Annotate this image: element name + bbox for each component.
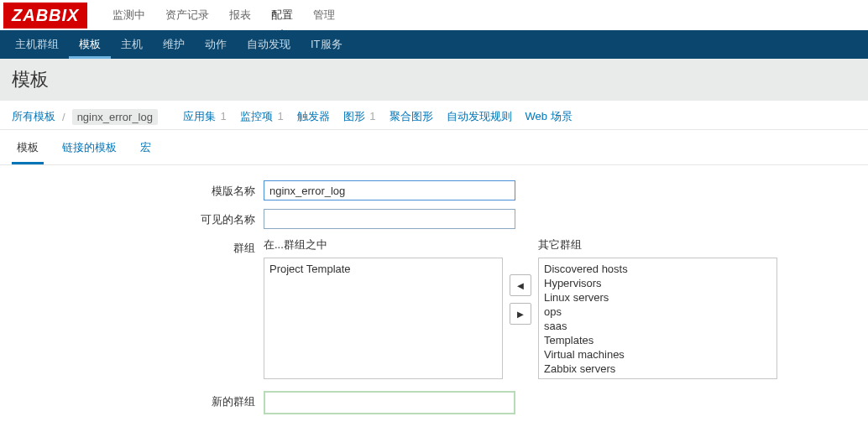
list-item[interactable]: Project Template [269, 262, 497, 276]
hosts-templates-label: 主机/模板 [12, 423, 264, 427]
tab-items-count: 1 [277, 110, 283, 122]
page-title: 模板 [12, 67, 856, 92]
breadcrumb-current: nginx_error_log [72, 109, 158, 125]
tab-applications-count: 1 [221, 110, 227, 122]
tab-graphs[interactable]: 图形 1 [340, 107, 379, 126]
new-group-label: 新的群组 [12, 391, 264, 409]
in-groups-label: 在...群组之中 [264, 237, 503, 253]
edit-tabs: 模板 链接的模板 宏 [0, 130, 868, 165]
nav-inventory[interactable]: 资产记录 [155, 1, 219, 29]
subnav-itservices[interactable]: IT服务 [301, 30, 353, 59]
tab-items[interactable]: 监控项 1 [237, 107, 287, 126]
groups-label: 群组 [12, 237, 264, 256]
tab-triggers[interactable]: 触发器 [294, 107, 333, 126]
tab-graphs-label: 图形 [343, 110, 365, 122]
other-groups-label: 其它群组 [538, 237, 777, 253]
tab-applications-label: 应用集 [183, 110, 216, 122]
list-item[interactable]: Discovered hosts [544, 262, 771, 276]
sub-nav: 主机群组 模板 主机 维护 动作 自动发现 IT服务 [0, 30, 868, 59]
edit-tab-linked[interactable]: 链接的模板 [57, 137, 122, 164]
list-item[interactable]: Virtual machines [544, 347, 771, 362]
edit-tab-macros[interactable]: 宏 [135, 137, 156, 164]
page-header: 模板 [0, 59, 868, 101]
tab-items-label: 监控项 [240, 110, 273, 122]
list-item[interactable]: saas [544, 319, 771, 333]
list-item[interactable]: Templates [544, 333, 771, 347]
new-group-input[interactable] [264, 391, 515, 414]
other-groups-listbox[interactable]: Discovered hostsHypervisorsLinux servers… [538, 258, 777, 379]
subnav-hosts[interactable]: 主机 [111, 30, 153, 59]
logo[interactable]: ZABBIX [3, 3, 87, 29]
list-item[interactable]: Linux servers [544, 290, 771, 305]
nav-reports[interactable]: 报表 [219, 1, 261, 29]
in-groups-listbox[interactable]: Project Template [264, 258, 503, 379]
subnav-maintenance[interactable]: 维护 [153, 30, 195, 59]
subnav-hostgroups[interactable]: 主机群组 [5, 30, 69, 59]
move-left-button[interactable]: ◄ [510, 274, 531, 296]
tab-graphs-count: 1 [369, 110, 375, 122]
list-item[interactable]: ops [544, 305, 771, 319]
tab-web[interactable]: Web 场景 [522, 107, 576, 126]
nav-configuration[interactable]: 配置 [261, 1, 303, 29]
form-area: 模版名称 可见的名称 群组 在...群组之中 Project Template … [0, 165, 868, 427]
list-item[interactable]: Zabbix servers [544, 362, 771, 376]
move-right-button[interactable]: ► [510, 303, 531, 325]
visible-name-label: 可见的名称 [12, 209, 264, 227]
template-name-input[interactable] [264, 180, 515, 200]
list-item[interactable]: 价格云 [544, 376, 771, 379]
subnav-discovery[interactable]: 自动发现 [237, 30, 301, 59]
top-nav: 监测中 资产记录 报表 配置 管理 [102, 1, 345, 29]
breadcrumb-all-templates[interactable]: 所有模板 [12, 109, 55, 124]
tab-discovery[interactable]: 自动发现规则 [443, 107, 515, 126]
subnav-templates[interactable]: 模板 [69, 30, 111, 59]
top-bar: ZABBIX 监测中 资产记录 报表 配置 管理 [0, 0, 868, 30]
breadcrumb-separator: / [62, 111, 65, 123]
edit-tab-template[interactable]: 模板 [12, 137, 44, 164]
template-name-label: 模版名称 [12, 180, 264, 199]
nav-monitoring[interactable]: 监测中 [102, 1, 155, 29]
tab-applications[interactable]: 应用集 1 [180, 107, 230, 126]
nav-administration[interactable]: 管理 [303, 1, 345, 29]
visible-name-input[interactable] [264, 209, 515, 229]
breadcrumb-row: 所有模板 / nginx_error_log 应用集 1 监控项 1 触发器 图… [0, 101, 868, 130]
subnav-actions[interactable]: 动作 [195, 30, 237, 59]
list-item[interactable]: Hypervisors [544, 276, 771, 290]
tab-screens[interactable]: 聚合图形 [386, 107, 437, 126]
